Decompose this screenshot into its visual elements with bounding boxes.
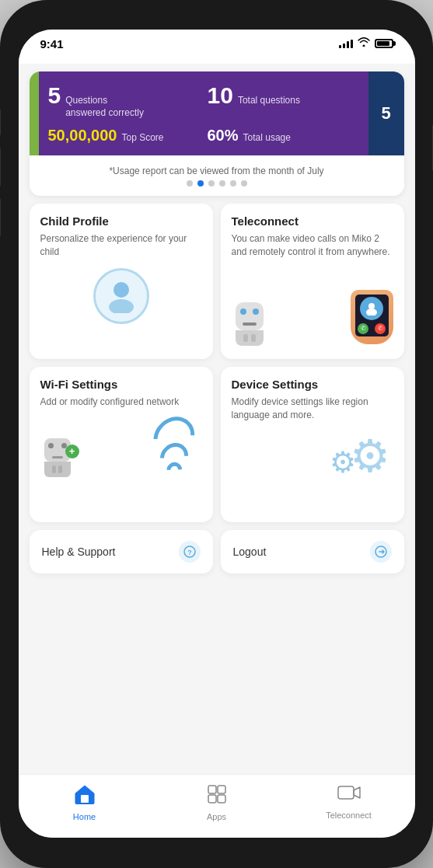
carousel-dot-4	[230, 180, 236, 186]
svg-rect-12	[338, 786, 354, 799]
wifi-settings-image: +	[40, 415, 202, 477]
wifi-icon	[358, 37, 370, 49]
total-questions-label: Total questions	[238, 95, 300, 106]
teleconnect-desc: You can make video calls on Miko 2 and r…	[232, 232, 393, 259]
svg-point-1	[109, 299, 134, 313]
battery-icon	[375, 39, 393, 48]
svg-text:?: ?	[187, 549, 192, 556]
questions-answered-number: 5	[48, 82, 61, 109]
status-bar: 9:41	[19, 30, 415, 64]
notch	[155, 0, 279, 23]
child-profile-image	[40, 268, 202, 324]
total-questions-number: 10	[208, 82, 233, 109]
tab-home[interactable]: Home	[54, 784, 116, 821]
teleconnect-tab-label: Teleconnect	[326, 810, 372, 820]
tab-apps[interactable]: Apps	[186, 784, 248, 821]
teleconnect-icon	[337, 786, 361, 807]
apps-icon	[207, 784, 227, 809]
logout-icon	[370, 541, 392, 563]
carousel-dot-3	[219, 180, 225, 186]
phone-hand: ✆ ✆	[340, 274, 393, 344]
volume-up-button	[0, 148, 1, 186]
signal-icon	[339, 39, 353, 48]
device-settings-title: Device Settings	[232, 378, 393, 391]
total-questions-stat: 10 Total questions	[208, 82, 359, 119]
teleconnect-title: Teleconnect	[232, 214, 393, 228]
help-support-label: Help & Support	[42, 546, 116, 558]
device-settings-image: ⚙ ⚙	[232, 428, 393, 483]
wifi-settings-title: Wi-Fi Settings	[40, 378, 202, 391]
help-support-button[interactable]: Help & Support ?	[30, 530, 213, 573]
gear-large-icon: ⚙	[350, 430, 390, 483]
wifi-settings-card[interactable]: Wi-Fi Settings Add or modify configured …	[30, 367, 213, 522]
status-time: 9:41	[40, 37, 64, 51]
child-profile-card[interactable]: Child Profile Personalize the experience…	[30, 204, 213, 359]
avatar-circle	[93, 268, 149, 324]
svg-point-3	[366, 309, 377, 315]
main-content: 5 Questionsanswered correctly 10 Total q…	[19, 64, 415, 774]
home-icon	[74, 784, 96, 809]
wifi-robot: +	[40, 438, 75, 477]
questions-answered-label: Questionsanswered correctly	[65, 95, 144, 119]
svg-rect-7	[81, 795, 89, 803]
total-usage-label: Total usage	[243, 132, 291, 143]
svg-rect-11	[218, 795, 225, 803]
carousel-dots	[30, 180, 404, 196]
usage-note-text: *Usage report can be viewed from the mon…	[109, 166, 323, 176]
volume-down-button	[0, 198, 1, 237]
plus-badge: +	[65, 444, 79, 458]
status-icons	[339, 37, 393, 49]
home-tab-label: Home	[73, 812, 96, 821]
device-settings-desc: Modify device settings like region langu…	[232, 396, 393, 422]
carousel-dot-2	[208, 180, 215, 186]
usage-note: *Usage report can be viewed from the mon…	[30, 155, 404, 180]
phone-shell: 9:41	[0, 0, 433, 868]
action-buttons: Help & Support ? Logout	[19, 530, 415, 583]
tab-teleconnect[interactable]: Teleconnect	[318, 786, 380, 820]
questions-answered-stat: 5 Questionsanswered correctly	[48, 82, 200, 119]
carousel-dot-0	[187, 180, 193, 186]
svg-rect-8	[208, 786, 216, 793]
top-score-stat: 50,00,000 Top Score	[48, 127, 200, 145]
logout-label: Logout	[233, 546, 267, 558]
svg-point-2	[368, 303, 375, 309]
partial-badge: 5	[368, 71, 404, 155]
wifi-settings-desc: Add or modify configured network	[40, 396, 202, 409]
phone-screen: 9:41	[19, 30, 415, 838]
teleconnect-card[interactable]: Teleconnect You can make video calls on …	[221, 204, 404, 359]
child-profile-desc: Personalize the experience for your chil…	[40, 232, 202, 259]
device-settings-card[interactable]: Device Settings Modify device settings l…	[221, 367, 404, 522]
svg-point-0	[113, 282, 129, 298]
tab-bar: Home Apps	[19, 774, 415, 838]
carousel-dot-5	[241, 180, 247, 186]
top-score-label: Top Score	[121, 132, 163, 143]
silent-button	[0, 109, 1, 136]
svg-rect-10	[208, 795, 216, 803]
teleconnect-image: ✆ ✆	[232, 267, 393, 344]
total-usage-stat: 60% Total usage	[208, 127, 359, 145]
svg-rect-9	[218, 786, 225, 793]
partial-badge-number: 5	[381, 103, 390, 124]
logout-button[interactable]: Logout	[221, 530, 404, 573]
wifi-arcs	[152, 418, 196, 477]
total-usage-value: 60%	[208, 127, 239, 145]
robot-figure	[232, 302, 267, 344]
top-score-value: 50,00,000	[48, 127, 117, 145]
apps-tab-label: Apps	[207, 812, 226, 821]
cards-grid: Child Profile Personalize the experience…	[19, 204, 415, 530]
child-profile-title: Child Profile	[40, 214, 202, 228]
help-support-icon: ?	[179, 541, 201, 563]
carousel-dot-1	[197, 180, 204, 186]
green-accent	[30, 71, 39, 155]
stats-banner: 5 Questionsanswered correctly 10 Total q…	[39, 71, 368, 155]
stats-card: 5 Questionsanswered correctly 10 Total q…	[30, 71, 404, 196]
